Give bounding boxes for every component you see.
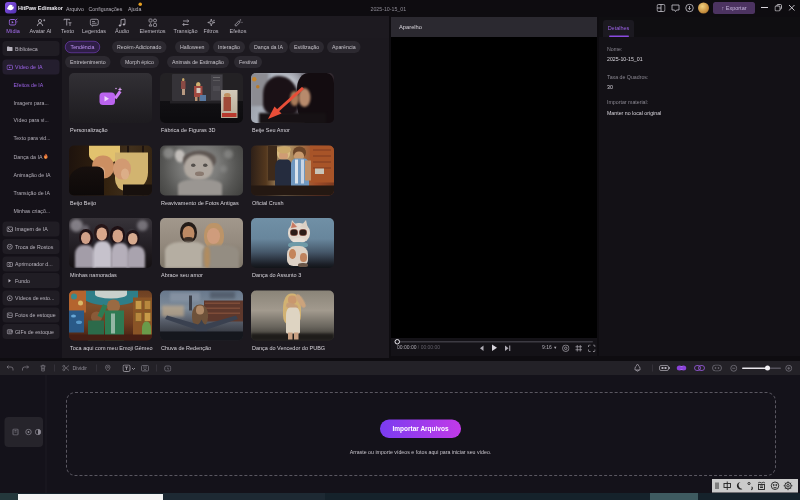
svg-text:GIF: GIF <box>8 330 13 334</box>
